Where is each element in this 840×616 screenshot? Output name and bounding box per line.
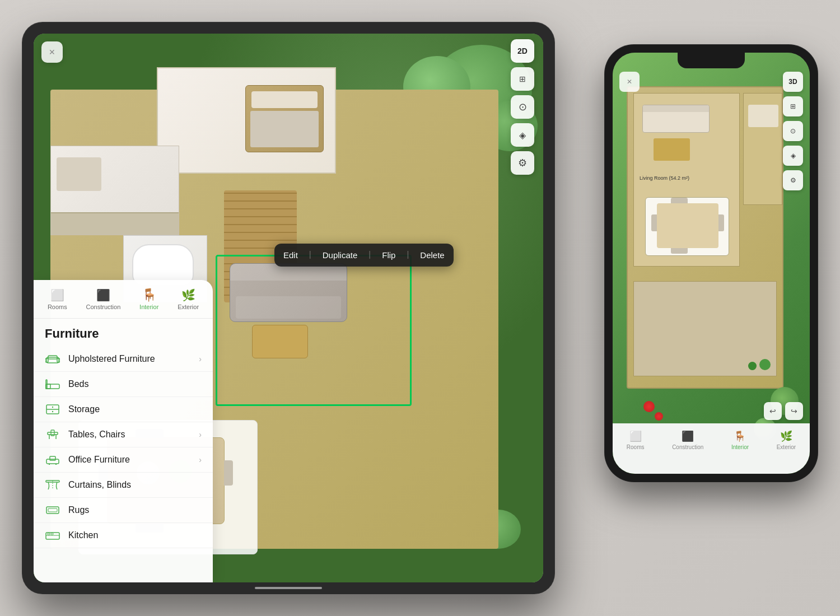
curtains-label: Curtains, Blinds <box>68 480 202 490</box>
kitchen-icon <box>45 529 60 542</box>
iphone-3d-button[interactable]: 3D <box>783 72 803 92</box>
iphone-tab-construction[interactable]: ⬛ Construction <box>672 430 703 450</box>
iphone-layers-icon: ◈ <box>791 152 796 160</box>
rugs-label: Rugs <box>68 505 202 515</box>
svg-rect-22 <box>48 508 57 512</box>
upholstered-chevron: › <box>199 354 202 363</box>
fp-chair-3 <box>651 214 657 231</box>
fp-room-label: Living Room (54.2 m²) <box>640 175 689 182</box>
redo-icon: ↪ <box>791 407 797 416</box>
svg-rect-18 <box>50 456 55 460</box>
iphone-tab-rooms[interactable]: ⬜ Rooms <box>627 430 645 450</box>
tab-interior[interactable]: 🪑 Interior <box>135 287 163 312</box>
iphone-tab-interior-label: Interior <box>731 444 749 450</box>
ipad-camera-button[interactable]: ⊙ <box>511 95 534 119</box>
tables-chairs-icon <box>45 428 60 441</box>
iphone-interior-icon: 🪑 <box>734 430 746 442</box>
list-item-rugs[interactable]: Rugs <box>34 498 213 523</box>
iphone-settings-button[interactable]: ⚙ <box>783 170 803 190</box>
fp-sofa <box>642 105 710 133</box>
tab-construction[interactable]: ⬛ Construction <box>82 287 125 312</box>
pillow <box>251 91 318 108</box>
panel-tab-bar: ⬜ Rooms ⬛ Construction 🪑 Interior 🌿 Exte… <box>34 287 213 319</box>
fp-sofa-back <box>643 105 709 112</box>
beds-icon <box>45 378 60 390</box>
office-label: Office Furniture <box>68 455 191 465</box>
panel-title: Furniture <box>34 319 213 347</box>
iphone-undo-button[interactable]: ↩ <box>764 402 782 420</box>
ipad-fullscreen-button[interactable]: ⊞ <box>511 67 534 91</box>
svg-rect-15 <box>46 459 59 464</box>
list-item-upholstered[interactable]: Upholstered Furniture › <box>34 347 213 372</box>
fp-side-furniture <box>748 105 778 127</box>
curtains-icon <box>45 479 60 491</box>
svg-rect-25 <box>48 533 50 535</box>
fp-chair-2 <box>671 248 688 254</box>
svg-rect-26 <box>51 533 53 535</box>
iphone-toolbar: 3D ⊞ ⊙ ◈ ⚙ <box>783 72 803 190</box>
side-panel: ⬜ Rooms ⬛ Construction 🪑 Interior 🌿 Exte… <box>34 280 213 582</box>
iphone-camera-icon: ⊙ <box>790 127 796 135</box>
list-item-curtains[interactable]: Curtains, Blinds <box>34 473 213 498</box>
list-item-tables-chairs[interactable]: Tables, Chairs › <box>34 422 213 447</box>
iphone-bottom-bar: ⬜ Rooms ⬛ Construction 🪑 Interior 🌿 Exte… <box>613 423 810 474</box>
separator-1: | <box>309 249 311 261</box>
home-indicator <box>255 587 322 589</box>
ipad-settings-button[interactable]: ⚙ <box>511 151 534 175</box>
scene-container: Edit | Duplicate | Flip | Delete ✕ 2D <box>0 0 840 616</box>
fp-chair-4 <box>718 214 724 231</box>
list-item-storage[interactable]: Storage <box>34 397 213 422</box>
context-menu-duplicate[interactable]: Duplicate <box>323 249 358 261</box>
selection-box <box>216 255 412 406</box>
3d-label: 3D <box>788 78 797 86</box>
bedroom-wall <box>157 67 336 174</box>
list-item-beds[interactable]: Beds <box>34 372 213 397</box>
ipad-layers-button[interactable]: ◈ <box>511 123 534 147</box>
tab-rooms[interactable]: ⬜ Rooms <box>43 287 72 312</box>
fp-dining-table <box>657 203 718 248</box>
context-menu-delete[interactable]: Delete <box>420 249 444 261</box>
bed-furniture <box>245 85 324 152</box>
kitchen-label: Kitchen <box>68 530 202 540</box>
iphone-close-button[interactable]: ✕ <box>619 72 640 92</box>
upholstered-icon <box>45 353 60 365</box>
iphone-gear-icon: ⚙ <box>790 176 796 184</box>
interior-icon: 🪑 <box>141 289 157 301</box>
iphone-fullscreen-icon: ⊞ <box>790 102 796 110</box>
svg-rect-23 <box>46 533 59 539</box>
tab-rooms-label: Rooms <box>48 304 67 310</box>
context-menu: Edit | Duplicate | Flip | Delete <box>274 244 454 267</box>
room-label-text: Living Room (54.2 m²) <box>640 175 689 181</box>
context-menu-flip[interactable]: Flip <box>382 249 395 261</box>
fp-outer-floor: Living Room (54.2 m²) <box>627 86 783 389</box>
storage-icon <box>45 403 60 416</box>
iphone-tab-exterior[interactable]: 🌿 Exterior <box>777 430 796 450</box>
kitchen-room <box>50 146 179 235</box>
context-menu-edit[interactable]: Edit <box>283 249 298 261</box>
list-item-office[interactable]: Office Furniture › <box>34 447 213 473</box>
ipad-close-button[interactable]: ✕ <box>41 41 63 63</box>
kitchen-appliance <box>57 157 101 191</box>
iphone-tab-exterior-label: Exterior <box>777 444 796 450</box>
iphone-layers-button[interactable]: ◈ <box>783 146 803 166</box>
fp-plant-2 <box>748 362 757 370</box>
iphone-redo-button[interactable]: ↪ <box>785 402 803 420</box>
iphone-camera-button[interactable]: ⊙ <box>783 121 803 141</box>
fp-coffee-table <box>654 138 690 161</box>
tables-chairs-label: Tables, Chairs <box>68 430 191 440</box>
fp-bottom-room <box>633 281 777 376</box>
iphone-fullscreen-button[interactable]: ⊞ <box>783 96 803 116</box>
tab-exterior[interactable]: 🌿 Exterior <box>173 287 203 312</box>
iphone-tab-interior[interactable]: 🪑 Interior <box>731 430 749 450</box>
exterior-icon: 🌿 <box>180 289 196 301</box>
svg-rect-4 <box>46 384 59 389</box>
ipad-2d-button[interactable]: 2D <box>511 39 534 63</box>
close-icon: ✕ <box>49 48 55 57</box>
tables-chairs-chevron: › <box>199 430 202 439</box>
rooms-icon: ⬜ <box>49 289 65 301</box>
svg-point-10 <box>52 411 53 412</box>
office-icon <box>45 454 60 466</box>
iphone-construction-icon: ⬛ <box>682 430 694 442</box>
separator-3: | <box>407 249 409 261</box>
list-item-kitchen[interactable]: Kitchen <box>34 523 213 548</box>
